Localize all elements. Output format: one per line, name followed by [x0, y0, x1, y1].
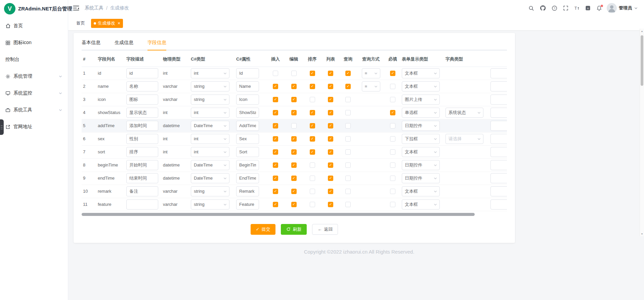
display-type-select[interactable]: 日期控件: [402, 173, 440, 183]
cs-type-select[interactable]: int: [191, 134, 229, 144]
edit-checkbox[interactable]: ✓: [291, 189, 297, 194]
extra-input[interactable]: [490, 68, 507, 78]
collapse-sidebar-icon[interactable]: [73, 5, 79, 11]
cs-property-input[interactable]: [236, 95, 259, 105]
extra-input[interactable]: [490, 81, 507, 91]
sidebar-item[interactable]: 系统监控: [0, 85, 68, 102]
edit-checkbox[interactable]: ✓: [291, 202, 297, 207]
list-checkbox[interactable]: ✓: [328, 149, 333, 155]
tag-active[interactable]: 生成修改×: [91, 19, 123, 28]
sort-checkbox[interactable]: ✓: [310, 123, 315, 128]
list-checkbox[interactable]: ✓: [328, 84, 333, 89]
cs-type-select[interactable]: string: [191, 81, 229, 91]
extra-input[interactable]: [490, 134, 507, 144]
app-logo[interactable]: V ZRAdmin.NET后台管理: [0, 0, 68, 17]
display-type-select[interactable]: 日期控件: [402, 160, 440, 170]
insert-checkbox[interactable]: ✓: [273, 123, 278, 128]
query-checkbox[interactable]: [345, 176, 351, 181]
submit-button[interactable]: ✓ 提交: [251, 224, 276, 235]
extra-input[interactable]: [490, 121, 507, 131]
extra-input[interactable]: [490, 160, 507, 170]
column-desc-input[interactable]: [126, 95, 158, 105]
query-checkbox[interactable]: [345, 123, 351, 128]
cs-property-input[interactable]: [236, 81, 259, 91]
insert-checkbox[interactable]: ✓: [273, 176, 278, 181]
cs-property-input[interactable]: [236, 147, 259, 157]
extra-input[interactable]: [490, 186, 507, 196]
drawer-handle[interactable]: [0, 119, 4, 135]
cs-property-input[interactable]: [236, 186, 259, 196]
display-type-select[interactable]: 单选框: [402, 108, 440, 118]
tab-active[interactable]: 字段信息: [147, 36, 166, 50]
insert-checkbox[interactable]: ✓: [273, 84, 278, 89]
query-type-select[interactable]: =: [362, 68, 380, 78]
column-desc-input[interactable]: [126, 68, 158, 78]
insert-checkbox[interactable]: ✓: [273, 189, 278, 194]
insert-checkbox[interactable]: ✓: [273, 110, 278, 115]
display-type-select[interactable]: 文本框: [402, 199, 440, 210]
font-size-icon[interactable]: T: [574, 5, 579, 11]
column-desc-input[interactable]: [126, 108, 158, 118]
insert-checkbox[interactable]: [273, 71, 278, 76]
cs-type-select[interactable]: string: [191, 186, 229, 196]
list-checkbox[interactable]: ✓: [328, 123, 333, 128]
scroll-up-arrow-icon[interactable]: ▲: [640, 29, 644, 33]
column-desc-input[interactable]: [126, 160, 158, 170]
column-desc-input[interactable]: [126, 173, 158, 183]
display-type-select[interactable]: 下拉框: [402, 134, 440, 144]
sort-checkbox[interactable]: [310, 176, 315, 181]
close-icon[interactable]: ×: [118, 21, 120, 26]
help-icon[interactable]: ?: [552, 5, 557, 11]
cs-type-select[interactable]: int: [191, 108, 229, 118]
refresh-button[interactable]: 刷新: [281, 224, 307, 235]
display-type-select[interactable]: 文本框: [402, 68, 440, 78]
edit-checkbox[interactable]: [291, 123, 297, 128]
dict-type-select[interactable]: 请选择: [445, 134, 483, 144]
query-checkbox[interactable]: [345, 97, 351, 102]
column-desc-input[interactable]: [126, 81, 158, 91]
scroll-down-arrow-icon[interactable]: ▼: [640, 231, 644, 236]
sort-checkbox[interactable]: ✓: [310, 149, 315, 155]
required-checkbox[interactable]: [390, 176, 395, 181]
query-checkbox[interactable]: ✓: [345, 84, 351, 89]
cs-property-input[interactable]: [236, 134, 259, 144]
query-checkbox[interactable]: [345, 202, 351, 207]
dict-type-select[interactable]: 系统状态: [445, 108, 483, 118]
display-type-select[interactable]: 文本框: [402, 147, 440, 157]
edit-checkbox[interactable]: ✓: [291, 162, 297, 168]
tab-item[interactable]: 基本信息: [82, 36, 100, 50]
query-checkbox[interactable]: [345, 189, 351, 194]
github-icon[interactable]: [540, 5, 546, 11]
fullscreen-icon[interactable]: [563, 5, 568, 11]
list-checkbox[interactable]: ✓: [328, 162, 333, 168]
extra-input[interactable]: [490, 147, 507, 157]
search-icon[interactable]: [528, 5, 534, 11]
query-checkbox[interactable]: ✓: [345, 71, 351, 76]
sort-checkbox[interactable]: [310, 97, 315, 102]
extra-input[interactable]: [490, 173, 507, 183]
sort-checkbox[interactable]: [310, 162, 315, 168]
required-checkbox[interactable]: [390, 84, 395, 89]
edit-checkbox[interactable]: ✓: [291, 136, 297, 142]
column-desc-input[interactable]: [126, 134, 158, 144]
cs-type-select[interactable]: DateTime: [191, 160, 229, 170]
cs-property-input[interactable]: [236, 173, 259, 183]
query-type-select[interactable]: =: [362, 81, 380, 91]
sort-checkbox[interactable]: [310, 189, 315, 194]
required-checkbox[interactable]: ✓: [390, 110, 395, 115]
insert-checkbox[interactable]: ✓: [273, 136, 278, 142]
cs-property-input[interactable]: [236, 121, 259, 131]
sort-checkbox[interactable]: [310, 202, 315, 207]
sidebar-item[interactable]: 控制台: [0, 51, 68, 68]
back-button[interactable]: ← 返回: [312, 224, 338, 235]
cs-property-input[interactable]: [236, 108, 259, 118]
required-checkbox[interactable]: [390, 149, 395, 155]
edit-checkbox[interactable]: ✓: [291, 149, 297, 155]
insert-checkbox[interactable]: ✓: [273, 162, 278, 168]
horizontal-scrollbar[interactable]: [82, 213, 475, 216]
required-checkbox[interactable]: [390, 136, 395, 142]
edit-checkbox[interactable]: ✓: [291, 110, 297, 115]
edit-checkbox[interactable]: [291, 71, 297, 76]
tag-item[interactable]: 首页: [74, 19, 88, 28]
tab-item[interactable]: 生成信息: [115, 36, 133, 50]
